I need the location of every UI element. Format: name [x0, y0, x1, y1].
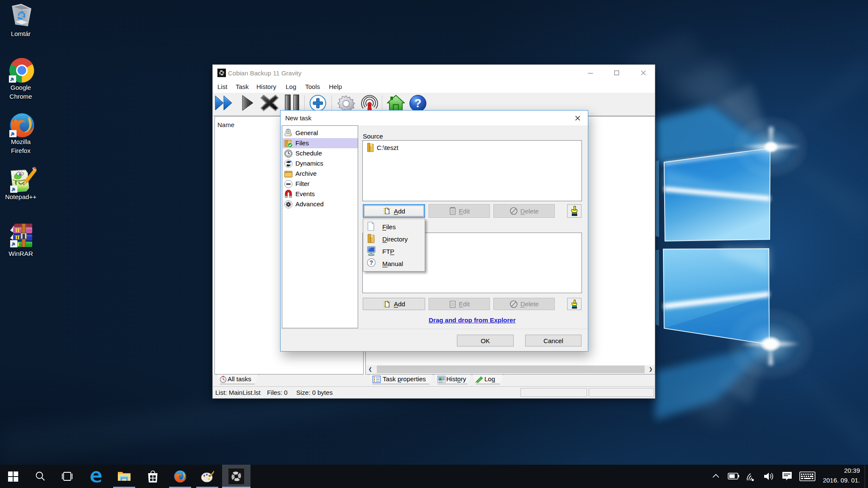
svg-text:?: ? [370, 259, 373, 266]
svg-text:?: ? [415, 97, 422, 110]
